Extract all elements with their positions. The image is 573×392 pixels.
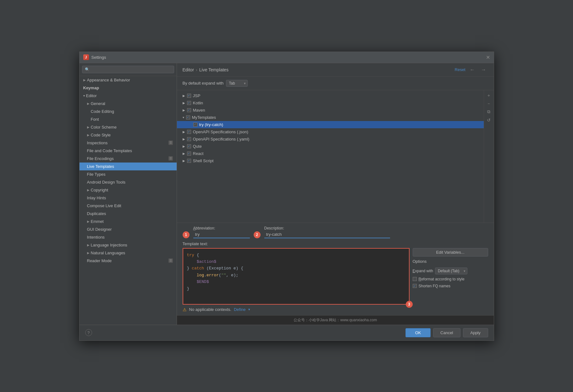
sidebar-item-font[interactable]: Font <box>80 115 177 123</box>
add-button[interactable]: ＋ <box>485 92 492 99</box>
sidebar-item-label: Color Scheme <box>91 125 117 130</box>
sidebar-item-label: Inlay Hints <box>87 196 106 200</box>
template-group-kotlin[interactable]: ▶ Kotlin <box>177 99 484 107</box>
edit-variables-button[interactable]: Edit Variables... <box>413 248 488 257</box>
breadcrumb-parent: Editor <box>183 67 194 72</box>
shell-checkbox[interactable] <box>187 159 191 163</box>
template-group-shell[interactable]: ▶ Shell Script <box>177 157 484 164</box>
sidebar-item-inlay-hints[interactable]: Inlay Hints <box>80 194 177 202</box>
title-bar: J Settings ✕ <box>80 52 494 63</box>
expand-label: By default expand with <box>183 81 224 86</box>
qute-checkbox[interactable] <box>187 144 191 148</box>
description-input[interactable] <box>264 231 390 238</box>
expand-with-label: Expand with <box>413 269 433 273</box>
sidebar-item-file-templates[interactable]: File and Code Templates <box>80 147 177 155</box>
help-button[interactable]: ? <box>85 329 92 336</box>
sidebar-item-label: Natural Languages <box>91 251 125 255</box>
sidebar-item-keymap[interactable]: Keymap <box>80 84 177 92</box>
maven-checkbox[interactable] <box>187 108 191 112</box>
sidebar-item-file-encodings[interactable]: File Encodings ☰ <box>80 155 177 163</box>
chevron-right-icon: ▶ <box>87 243 90 247</box>
sidebar-item-label: Compose Live Edit <box>87 203 121 208</box>
badge-2: 2 <box>254 231 261 238</box>
code-line-5: $END$ <box>187 279 405 285</box>
define-link[interactable]: Define <box>234 307 246 312</box>
sidebar-item-natural-langs[interactable]: ▶ Natural Languages <box>80 249 177 257</box>
try-checkbox[interactable] <box>193 123 197 127</box>
template-group-maven[interactable]: ▶ Maven <box>177 107 484 114</box>
description-label: Description: <box>264 226 390 230</box>
abbreviation-input[interactable] <box>193 231 250 238</box>
sidebar-item-lang-injections[interactable]: ▶ Language Injections <box>80 241 177 249</box>
template-group-openapi-json[interactable]: ▶ OpenAPI Specifications (.json) <box>177 128 484 135</box>
ok-button[interactable]: OK <box>405 328 431 337</box>
template-editor-wrapper: 3 try { $action$ } catch (Exception e) {… <box>183 248 410 305</box>
kotlin-checkbox[interactable] <box>187 101 191 105</box>
sidebar-item-appearance[interactable]: ▶ Appearance & Behavior <box>80 76 177 84</box>
chevron-right-icon: ▶ <box>87 188 90 192</box>
templates-list[interactable]: ▶ JSP ▶ Kotlin ▶ Maven <box>177 90 484 223</box>
badge-3: 3 <box>406 301 413 308</box>
reset-button[interactable]: Reset <box>455 67 466 72</box>
copy-button[interactable]: ⧉ <box>485 108 492 115</box>
sidebar-item-intentions[interactable]: Intentions <box>80 233 177 241</box>
sidebar-item-compose-live[interactable]: Compose Live Edit <box>80 202 177 210</box>
sidebar-item-editor[interactable]: ▾ Editor <box>80 92 177 100</box>
template-item-try[interactable]: try (try-catch) <box>177 121 484 128</box>
chevron-right-icon: ▶ <box>87 251 90 255</box>
sidebar-item-inspections[interactable]: Inspections ☰ <box>80 139 177 147</box>
react-checkbox[interactable] <box>187 152 191 156</box>
sidebar-item-copyright[interactable]: ▶ Copyright <box>80 186 177 194</box>
template-group-openapi-yaml[interactable]: ▶ OpenAPI Specifications (.yaml) <box>177 135 484 143</box>
expand-select[interactable]: Tab Enter Space <box>226 80 248 87</box>
sidebar-item-gui-designer[interactable]: GUI Designer <box>80 225 177 233</box>
reformat-checkbox-item: Reformat according to style <box>413 277 488 281</box>
chevron-right-icon: ▶ <box>87 220 90 223</box>
back-button[interactable]: ← <box>468 66 477 73</box>
expand-with-select[interactable]: Default (Tab) Enter Tab Space <box>435 268 467 274</box>
shorten-checkbox[interactable] <box>413 284 417 288</box>
sidebar-item-label: Duplicates <box>87 211 106 216</box>
template-group-react[interactable]: ▶ React <box>177 150 484 157</box>
sidebar-item-color-scheme[interactable]: ▶ Color Scheme <box>80 123 177 131</box>
context-row: ⚠ No applicable contexts. Define ▾ <box>183 307 488 312</box>
cancel-button[interactable]: Cancel <box>433 328 460 337</box>
apply-button[interactable]: Apply <box>463 328 488 337</box>
search-box <box>80 63 177 76</box>
sidebar-item-label: File Encodings <box>87 156 114 161</box>
sidebar-item-duplicates[interactable]: Duplicates <box>80 210 177 218</box>
chevron-right-icon: ▶ <box>183 101 185 105</box>
search-input[interactable] <box>82 66 174 73</box>
bottom-panel: 1 Abbreviation: 2 Description: Template … <box>177 223 494 315</box>
sidebar-item-file-types[interactable]: File Types <box>80 170 177 178</box>
abbreviation-group: Abbreviation: <box>193 226 250 238</box>
sidebar-item-label: Emmet <box>91 219 104 224</box>
sidebar-item-reader-mode[interactable]: Reader Mode ☰ <box>80 257 177 265</box>
sidebar-item-android-design[interactable]: Android Design Tools <box>80 178 177 186</box>
template-group-mytemplates[interactable]: ▾ MyTemplates <box>177 114 484 121</box>
sidebar-item-emmet[interactable]: ▶ Emmet <box>80 218 177 225</box>
sidebar-item-live-templates[interactable]: Live Templates <box>80 163 177 170</box>
jsp-checkbox[interactable] <box>187 94 191 98</box>
remove-button[interactable]: － <box>485 100 492 107</box>
template-code-editor[interactable]: try { $action$ } catch (Exception e) { l… <box>183 248 410 305</box>
template-group-qute[interactable]: ▶ Qute <box>177 143 484 150</box>
openapi-json-checkbox[interactable] <box>187 130 191 134</box>
app-icon: J <box>83 54 89 60</box>
sidebar-item-code-style[interactable]: ▶ Code Style <box>80 131 177 139</box>
template-group-name-mytemplates: MyTemplates <box>192 115 216 120</box>
expand-select-wrapper: Tab Enter Space <box>226 80 248 87</box>
sidebar-item-code-editing[interactable]: Code Editing <box>80 108 177 115</box>
chevron-right-icon: ▶ <box>183 145 185 148</box>
openapi-yaml-checkbox[interactable] <box>187 137 191 141</box>
template-group-jsp[interactable]: ▶ JSP <box>177 92 484 99</box>
sidebar-item-general[interactable]: ▶ General <box>80 100 177 108</box>
restore-button[interactable]: ↺ <box>485 117 492 124</box>
chevron-right-icon: ▶ <box>87 133 90 137</box>
forward-button[interactable]: → <box>479 66 488 73</box>
close-button[interactable]: ✕ <box>486 54 490 60</box>
template-group-name-qute: Qute <box>193 144 202 149</box>
sidebar-item-label: General <box>91 101 105 106</box>
reformat-checkbox[interactable] <box>413 277 417 281</box>
mytemplates-checkbox[interactable] <box>186 115 190 119</box>
